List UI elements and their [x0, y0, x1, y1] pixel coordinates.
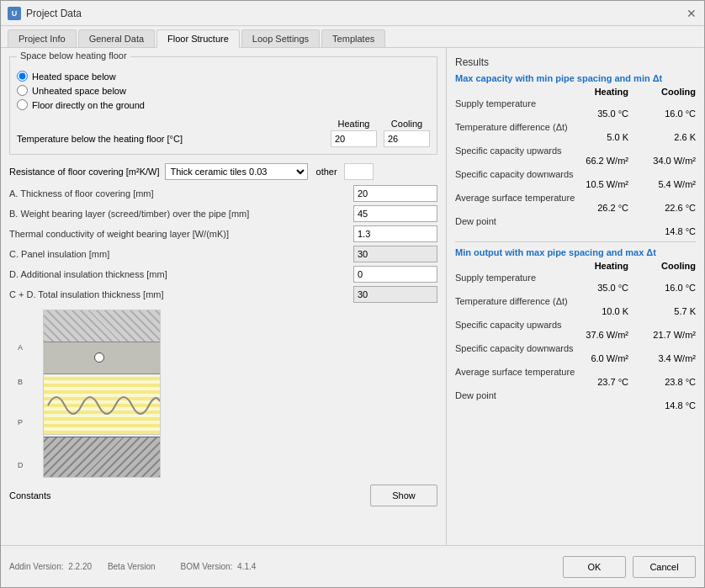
heating-col-header: Heating — [331, 119, 377, 129]
other-value-input[interactable] — [344, 163, 374, 180]
min-row-0-val2: 16.0 °C — [628, 283, 696, 293]
max-row-3-label: Specific capacity downwards — [455, 169, 696, 179]
param-input-thermal[interactable] — [353, 225, 437, 242]
radio-heated-input[interactable] — [17, 71, 28, 82]
radio-unheated-input[interactable] — [17, 85, 28, 96]
radio-ground[interactable]: Floor directly on the ground — [17, 99, 430, 110]
max-row-5-label: Dew point — [455, 216, 696, 226]
cooling-col-header: Cooling — [384, 119, 430, 129]
min-col1-header: Heating — [561, 261, 628, 271]
param-input-d[interactable] — [353, 266, 437, 283]
min-row-2: Specific capacity upwards 37.6 W/m² 21.7… — [455, 320, 696, 340]
max-row-4: Average surface temperature 26.2 °C 22.6… — [455, 193, 696, 213]
min-row-3: Specific capacity downwards 6.0 W/m² 3.4… — [455, 343, 696, 363]
radio-heated[interactable]: Heated space below — [17, 71, 430, 82]
max-row-5: Dew point 14.8 °C — [455, 216, 696, 236]
param-row-b: B. Weight bearing layer (screed/timber) … — [9, 205, 437, 222]
min-row-3-values: 6.0 W/m² 3.4 W/m² — [455, 353, 696, 363]
min-row-1-val2: 5.7 K — [628, 306, 696, 316]
max-row-2-val2: 34.0 W/m² — [628, 156, 696, 166]
min-row-0-val1: 35.0 °C — [561, 283, 628, 293]
param-label-d: D. Additional insulation thickness [mm] — [9, 269, 348, 279]
min-row-1-val1: 10.0 K — [561, 306, 628, 316]
min-row-5-val1 — [561, 400, 628, 411]
main-window: U Project Data ✕ Project Info General Da… — [0, 0, 705, 588]
tab-loop-settings[interactable]: Loop Settings — [241, 29, 320, 47]
bottom-buttons: OK Cancel — [563, 556, 696, 578]
heating-temp-input[interactable] — [331, 130, 377, 147]
min-row-2-values: 37.6 W/m² 21.7 W/m² — [455, 330, 696, 340]
param-input-a[interactable] — [353, 185, 437, 202]
radio-heated-label: Heated space below — [32, 72, 116, 82]
bom-version: BOM Version: 4.1.4 — [181, 562, 257, 571]
max-row-4-values: 26.2 °C 22.6 °C — [455, 203, 696, 213]
max-row-1-val1: 5.0 K — [561, 132, 628, 142]
min-row-4-val2: 23.8 °C — [628, 377, 696, 387]
param-row-c: C. Panel insulation [mm] — [9, 246, 437, 262]
pipe-waves-svg — [44, 376, 161, 435]
param-row-cd: C + D. Total insulation thickness [mm] — [9, 286, 437, 303]
max-col1-header: Heating — [561, 87, 628, 97]
radio-unheated[interactable]: Unheated space below — [17, 85, 430, 96]
section-divider — [455, 241, 696, 242]
min-row-2-label: Specific capacity upwards — [455, 320, 696, 330]
max-row-1: Temperature difference (Δt) 5.0 K 2.6 K — [455, 122, 696, 142]
resistance-label: Resistance of floor covering [m²K/W] — [9, 167, 160, 177]
layer-bottom-concrete — [44, 437, 160, 477]
min-row-4-label: Average surface temperature — [455, 367, 696, 377]
max-row-0-val1: 35.0 °C — [561, 109, 628, 119]
floor-diagram — [43, 310, 161, 478]
show-button[interactable]: Show — [370, 485, 437, 506]
version-text: Addin Version: 2.2.20 Beta Version BOM V… — [9, 562, 256, 571]
tab-project-info[interactable]: Project Info — [8, 29, 77, 47]
radio-ground-input[interactable] — [17, 99, 28, 110]
tab-floor-structure[interactable]: Floor Structure — [156, 29, 240, 48]
cooling-temp-input[interactable] — [384, 130, 430, 147]
param-input-cd — [353, 286, 437, 303]
param-row-a: A. Thickness of floor covering [mm] — [9, 185, 437, 202]
param-label-c: C. Panel insulation [mm] — [9, 249, 348, 259]
layer-floor-covering — [44, 310, 160, 342]
min-row-5: Dew point 14.8 °C — [455, 390, 696, 411]
min-row-5-values: 14.8 °C — [455, 400, 696, 411]
tab-templates[interactable]: Templates — [321, 29, 385, 47]
bottom-bar: Addin Version: 2.2.20 Beta Version BOM V… — [1, 545, 704, 587]
diagram-label-p: P — [18, 418, 43, 426]
min-row-3-val2: 3.4 W/m² — [628, 353, 696, 363]
max-row-1-values: 5.0 K 2.6 K — [455, 132, 696, 142]
min-row-4-val1: 23.7 °C — [561, 377, 628, 387]
min-row-3-label: Specific capacity downwards — [455, 343, 696, 353]
max-row-2-label: Specific capacity upwards — [455, 146, 696, 156]
max-row-1-label: Temperature difference (Δt) — [455, 122, 696, 132]
diagram-label-b: B — [18, 378, 43, 386]
tab-general-data[interactable]: General Data — [78, 29, 155, 47]
diagram-container: A B P D — [18, 310, 437, 478]
title-bar: U Project Data ✕ — [1, 1, 704, 26]
param-row-thermal: Thermal conductivity of weight bearing l… — [9, 225, 437, 242]
ok-button[interactable]: OK — [563, 556, 626, 578]
min-row-0-label: Supply temperature — [455, 273, 696, 283]
radio-ground-label: Floor directly on the ground — [32, 100, 145, 110]
cancel-button[interactable]: Cancel — [633, 556, 696, 578]
close-button[interactable]: ✕ — [686, 8, 697, 19]
param-input-b[interactable] — [353, 205, 437, 222]
min-row-4-values: 23.7 °C 23.8 °C — [455, 377, 696, 387]
app-icon: U — [8, 7, 21, 20]
max-row-4-val1: 26.2 °C — [561, 203, 628, 213]
max-row-1-val2: 2.6 K — [628, 132, 696, 142]
min-section-header: Min output with max pipe spacing and max… — [455, 247, 696, 257]
max-row-5-val1 — [561, 226, 628, 236]
max-row-4-label: Average surface temperature — [455, 193, 696, 203]
space-below-group: Space below heating floor Heated space b… — [9, 56, 437, 155]
resistance-select[interactable]: Thick ceramic tiles 0.03 — [165, 163, 308, 180]
min-row-1-values: 10.0 K 5.7 K — [455, 306, 696, 316]
max-col2-header: Cooling — [628, 87, 696, 97]
constants-row: Constants Show — [9, 485, 437, 506]
min-col2-header: Cooling — [628, 261, 696, 271]
title-bar-left: U Project Data — [8, 7, 82, 20]
resistance-row: Resistance of floor covering [m²K/W] Thi… — [9, 163, 437, 180]
min-row-1: Temperature difference (Δt) 10.0 K 5.7 K — [455, 296, 696, 316]
max-row-2-val1: 66.2 W/m² — [561, 156, 628, 166]
min-row-2-val1: 37.6 W/m² — [561, 330, 628, 340]
results-title: Results — [455, 56, 696, 68]
